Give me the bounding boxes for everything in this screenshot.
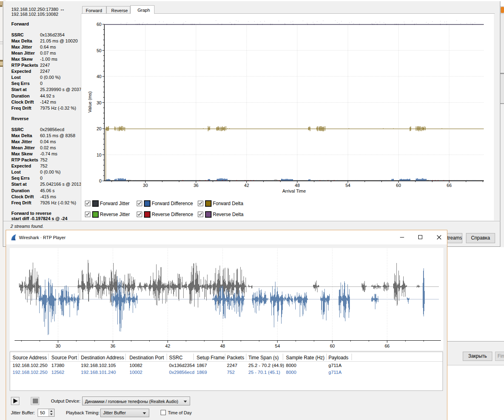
svg-text:48: 48	[220, 344, 225, 348]
svg-text:36: 36	[110, 344, 115, 348]
svg-text:66: 66	[385, 344, 390, 348]
svg-text:54: 54	[275, 344, 280, 348]
svg-text:30: 30	[143, 183, 148, 188]
svg-text:36: 36	[193, 183, 198, 188]
svg-text:30: 30	[55, 344, 60, 348]
svg-text:42: 42	[165, 344, 170, 348]
svg-text:66: 66	[447, 183, 451, 188]
svg-text:40: 40	[97, 74, 102, 79]
svg-text:42: 42	[244, 183, 249, 188]
svg-text:0: 0	[99, 178, 102, 183]
svg-text:60: 60	[330, 344, 335, 348]
svg-text:Value (ms): Value (ms)	[87, 91, 92, 112]
svg-text:Arrival Time: Arrival Time	[282, 189, 306, 193]
svg-text:54: 54	[345, 183, 350, 188]
svg-text:50: 50	[97, 48, 102, 53]
svg-text:20: 20	[97, 126, 102, 131]
svg-text:30: 30	[97, 100, 102, 105]
svg-text:10: 10	[97, 153, 102, 157]
svg-text:60: 60	[97, 22, 102, 27]
svg-text:48: 48	[295, 183, 300, 188]
svg-text:60: 60	[396, 183, 401, 188]
